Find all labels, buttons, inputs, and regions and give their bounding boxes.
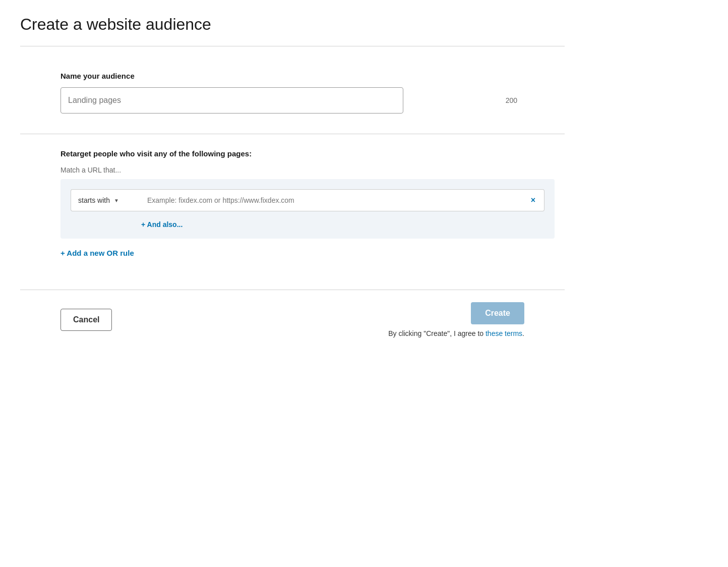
close-icon: ×	[531, 196, 535, 205]
create-button[interactable]: Create	[471, 302, 524, 324]
title-divider	[20, 46, 565, 46]
url-row: starts with ▼ ×	[71, 189, 544, 211]
footer-section: Cancel Create By clicking "Create", I ag…	[20, 302, 565, 337]
retarget-section-label: Retarget people who visit any of the fol…	[60, 149, 524, 158]
char-count: 200	[506, 96, 517, 104]
rule-box: starts with ▼ × + And also...	[60, 179, 555, 239]
add-or-rule-label: + Add a new OR rule	[60, 249, 134, 257]
terms-text: By clicking "Create", I agree to these t…	[388, 329, 524, 337]
name-input-wrapper: 200	[60, 87, 524, 114]
and-also-button[interactable]: + And also...	[141, 218, 183, 231]
name-section: Name your audience 200	[20, 62, 565, 129]
page-title: Create a website audience	[20, 15, 565, 34]
cancel-button[interactable]: Cancel	[60, 309, 112, 331]
terms-link[interactable]: these terms	[486, 329, 522, 337]
chevron-down-icon: ▼	[114, 198, 119, 203]
terms-suffix: .	[522, 329, 524, 337]
url-match-type-dropdown[interactable]: starts with ▼	[71, 189, 141, 211]
retarget-section: Retarget people who visit any of the fol…	[20, 149, 565, 274]
add-or-rule-button[interactable]: + Add a new OR rule	[60, 247, 134, 259]
section-divider-1	[20, 134, 565, 134]
audience-name-input[interactable]	[60, 87, 403, 114]
clear-url-button[interactable]: ×	[522, 189, 544, 211]
name-section-label: Name your audience	[60, 72, 524, 80]
match-url-label: Match a URL that...	[60, 166, 524, 174]
url-input[interactable]	[141, 189, 522, 211]
right-footer: Create By clicking "Create", I agree to …	[388, 302, 524, 337]
and-also-label: + And also...	[141, 220, 183, 229]
footer-divider	[20, 290, 565, 290]
terms-prefix: By clicking "Create", I agree to	[388, 329, 486, 337]
dropdown-label: starts with	[78, 196, 110, 204]
